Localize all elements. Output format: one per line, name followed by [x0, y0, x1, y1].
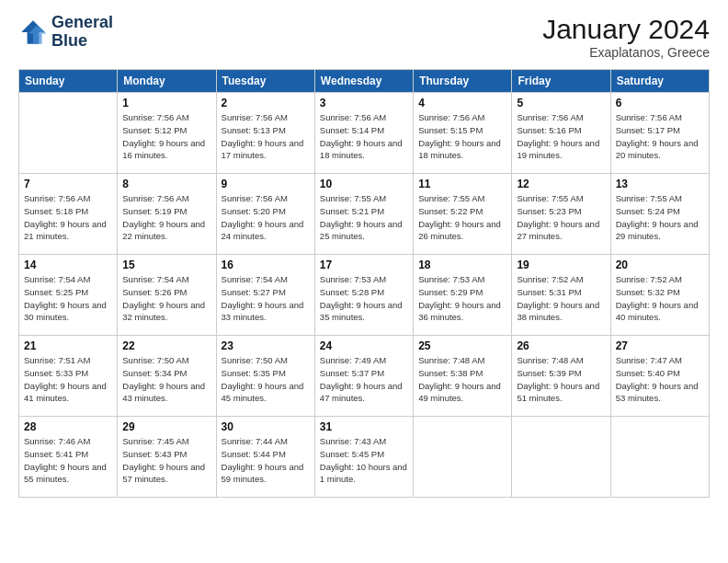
- day-info: Sunrise: 7:52 AMSunset: 5:32 PMDaylight:…: [616, 273, 704, 324]
- day-number: 26: [517, 339, 605, 352]
- day-number: 10: [320, 178, 408, 190]
- day-number: 7: [24, 178, 112, 190]
- calendar-cell: 25Sunrise: 7:48 AMSunset: 5:38 PMDayligh…: [414, 336, 512, 417]
- calendar-cell: 22Sunrise: 7:50 AMSunset: 5:34 PMDayligh…: [118, 336, 216, 417]
- day-number: 2: [222, 97, 310, 109]
- day-info: Sunrise: 7:56 AMSunset: 5:20 PMDaylight:…: [222, 192, 310, 243]
- calendar-cell: 17Sunrise: 7:53 AMSunset: 5:28 PMDayligh…: [314, 255, 413, 336]
- header: General Blue January 2024 Exaplatanos, G…: [18, 14, 710, 60]
- calendar-cell: 19Sunrise: 7:52 AMSunset: 5:31 PMDayligh…: [512, 255, 610, 336]
- week-row-0: 1Sunrise: 7:56 AMSunset: 5:12 PMDaylight…: [19, 93, 710, 174]
- day-number: 23: [222, 339, 310, 352]
- day-number: 18: [418, 259, 506, 271]
- day-header-saturday: Saturday: [610, 70, 709, 93]
- day-number: 29: [122, 420, 210, 433]
- calendar-cell: 4Sunrise: 7:56 AMSunset: 5:15 PMDaylight…: [414, 93, 512, 174]
- page: General Blue January 2024 Exaplatanos, G…: [0, 0, 728, 563]
- day-info: Sunrise: 7:56 AMSunset: 5:16 PMDaylight:…: [517, 111, 605, 162]
- day-number: 30: [222, 420, 310, 433]
- calendar-cell: 11Sunrise: 7:55 AMSunset: 5:22 PMDayligh…: [414, 174, 512, 255]
- day-number: 28: [24, 420, 112, 433]
- week-row-4: 28Sunrise: 7:46 AMSunset: 5:41 PMDayligh…: [19, 417, 710, 498]
- calendar-cell: 1Sunrise: 7:56 AMSunset: 5:12 PMDaylight…: [118, 93, 216, 174]
- calendar-cell: 16Sunrise: 7:54 AMSunset: 5:27 PMDayligh…: [216, 255, 314, 336]
- calendar-cell: 23Sunrise: 7:50 AMSunset: 5:35 PMDayligh…: [216, 336, 314, 417]
- day-info: Sunrise: 7:50 AMSunset: 5:35 PMDaylight:…: [222, 354, 310, 405]
- day-info: Sunrise: 7:45 AMSunset: 5:43 PMDaylight:…: [122, 435, 210, 486]
- calendar-cell: 20Sunrise: 7:52 AMSunset: 5:32 PMDayligh…: [610, 255, 709, 336]
- day-info: Sunrise: 7:48 AMSunset: 5:38 PMDaylight:…: [418, 354, 506, 405]
- day-number: 15: [122, 259, 210, 271]
- day-header-wednesday: Wednesday: [314, 70, 413, 93]
- day-info: Sunrise: 7:54 AMSunset: 5:26 PMDaylight:…: [122, 273, 210, 324]
- day-number: 31: [320, 420, 408, 433]
- day-number: 4: [418, 97, 506, 109]
- week-row-2: 14Sunrise: 7:54 AMSunset: 5:25 PMDayligh…: [19, 255, 710, 336]
- logo: General Blue: [18, 14, 113, 51]
- calendar-cell: 30Sunrise: 7:44 AMSunset: 5:44 PMDayligh…: [216, 417, 314, 498]
- calendar-cell: 8Sunrise: 7:56 AMSunset: 5:19 PMDaylight…: [118, 174, 216, 255]
- day-info: Sunrise: 7:55 AMSunset: 5:21 PMDaylight:…: [320, 192, 408, 243]
- day-info: Sunrise: 7:43 AMSunset: 5:45 PMDaylight:…: [320, 435, 408, 486]
- day-number: 21: [24, 339, 112, 352]
- day-info: Sunrise: 7:53 AMSunset: 5:28 PMDaylight:…: [320, 273, 408, 324]
- day-header-thursday: Thursday: [414, 70, 512, 93]
- day-header-monday: Monday: [118, 70, 216, 93]
- day-info: Sunrise: 7:56 AMSunset: 5:13 PMDaylight:…: [222, 111, 310, 162]
- day-info: Sunrise: 7:55 AMSunset: 5:24 PMDaylight:…: [616, 192, 704, 243]
- day-number: 13: [616, 178, 704, 190]
- calendar-cell: [19, 93, 118, 174]
- calendar-cell: 14Sunrise: 7:54 AMSunset: 5:25 PMDayligh…: [19, 255, 118, 336]
- day-number: 11: [418, 178, 506, 190]
- week-row-1: 7Sunrise: 7:56 AMSunset: 5:18 PMDaylight…: [19, 174, 710, 255]
- day-info: Sunrise: 7:56 AMSunset: 5:14 PMDaylight:…: [320, 111, 408, 162]
- location: Exaplatanos, Greece: [542, 45, 710, 60]
- calendar-cell: 5Sunrise: 7:56 AMSunset: 5:16 PMDaylight…: [512, 93, 610, 174]
- day-number: 9: [222, 178, 310, 190]
- day-number: 8: [122, 178, 210, 190]
- calendar-header-row: SundayMondayTuesdayWednesdayThursdayFrid…: [19, 70, 710, 93]
- week-row-3: 21Sunrise: 7:51 AMSunset: 5:33 PMDayligh…: [19, 336, 710, 417]
- calendar-cell: 18Sunrise: 7:53 AMSunset: 5:29 PMDayligh…: [414, 255, 512, 336]
- day-number: 24: [320, 339, 408, 352]
- calendar-cell: 29Sunrise: 7:45 AMSunset: 5:43 PMDayligh…: [118, 417, 216, 498]
- day-number: 5: [517, 97, 605, 109]
- day-number: 12: [517, 178, 605, 190]
- calendar-cell: 28Sunrise: 7:46 AMSunset: 5:41 PMDayligh…: [19, 417, 118, 498]
- day-info: Sunrise: 7:48 AMSunset: 5:39 PMDaylight:…: [517, 354, 605, 405]
- day-info: Sunrise: 7:54 AMSunset: 5:25 PMDaylight:…: [24, 273, 112, 324]
- day-number: 16: [222, 259, 310, 271]
- day-info: Sunrise: 7:56 AMSunset: 5:17 PMDaylight:…: [616, 111, 704, 162]
- day-info: Sunrise: 7:56 AMSunset: 5:19 PMDaylight:…: [122, 192, 210, 243]
- day-info: Sunrise: 7:46 AMSunset: 5:41 PMDaylight:…: [24, 435, 112, 486]
- day-info: Sunrise: 7:55 AMSunset: 5:22 PMDaylight:…: [418, 192, 506, 243]
- day-number: 20: [616, 259, 704, 271]
- day-info: Sunrise: 7:51 AMSunset: 5:33 PMDaylight:…: [24, 354, 112, 405]
- day-info: Sunrise: 7:56 AMSunset: 5:18 PMDaylight:…: [24, 192, 112, 243]
- logo-text: General Blue: [51, 14, 113, 51]
- calendar-cell: 21Sunrise: 7:51 AMSunset: 5:33 PMDayligh…: [19, 336, 118, 417]
- calendar-cell: [610, 417, 709, 498]
- calendar-cell: 10Sunrise: 7:55 AMSunset: 5:21 PMDayligh…: [314, 174, 413, 255]
- day-info: Sunrise: 7:52 AMSunset: 5:31 PMDaylight:…: [517, 273, 605, 324]
- day-info: Sunrise: 7:50 AMSunset: 5:34 PMDaylight:…: [122, 354, 210, 405]
- calendar-cell: 7Sunrise: 7:56 AMSunset: 5:18 PMDaylight…: [19, 174, 118, 255]
- day-number: 19: [517, 259, 605, 271]
- day-number: 1: [122, 97, 210, 109]
- calendar-cell: 6Sunrise: 7:56 AMSunset: 5:17 PMDaylight…: [610, 93, 709, 174]
- day-info: Sunrise: 7:55 AMSunset: 5:23 PMDaylight:…: [517, 192, 605, 243]
- calendar-cell: 15Sunrise: 7:54 AMSunset: 5:26 PMDayligh…: [118, 255, 216, 336]
- day-number: 27: [616, 339, 704, 352]
- calendar-cell: [512, 417, 610, 498]
- calendar-cell: 27Sunrise: 7:47 AMSunset: 5:40 PMDayligh…: [610, 336, 709, 417]
- day-info: Sunrise: 7:56 AMSunset: 5:12 PMDaylight:…: [122, 111, 210, 162]
- day-info: Sunrise: 7:47 AMSunset: 5:40 PMDaylight:…: [616, 354, 704, 405]
- calendar-cell: 3Sunrise: 7:56 AMSunset: 5:14 PMDaylight…: [314, 93, 413, 174]
- day-info: Sunrise: 7:44 AMSunset: 5:44 PMDaylight:…: [222, 435, 310, 486]
- calendar-cell: 26Sunrise: 7:48 AMSunset: 5:39 PMDayligh…: [512, 336, 610, 417]
- calendar-cell: 2Sunrise: 7:56 AMSunset: 5:13 PMDaylight…: [216, 93, 314, 174]
- day-info: Sunrise: 7:53 AMSunset: 5:29 PMDaylight:…: [418, 273, 506, 324]
- day-header-tuesday: Tuesday: [216, 70, 314, 93]
- day-info: Sunrise: 7:49 AMSunset: 5:37 PMDaylight:…: [320, 354, 408, 405]
- day-header-friday: Friday: [512, 70, 610, 93]
